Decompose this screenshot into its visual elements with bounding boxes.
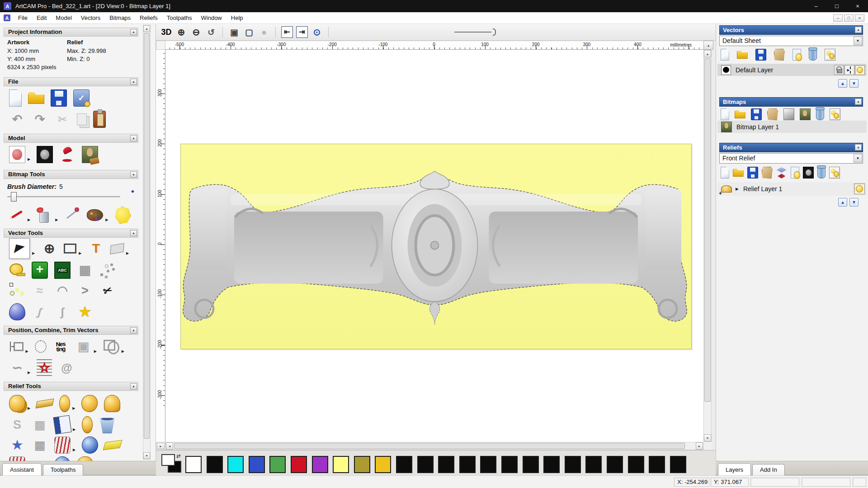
zoom-selected-icon[interactable]: ● [258, 26, 270, 38]
scroll-down-icon[interactable]: ▼ [143, 452, 150, 459]
move-layer-down-icon[interactable]: ▼ [849, 79, 859, 88]
block-copy-rotate-icon[interactable]: ▣ [75, 338, 92, 355]
open-vector-layer-icon[interactable] [737, 51, 748, 59]
ruler-options-button[interactable]: ▲ [703, 41, 713, 50]
palette-colour-15[interactable] [501, 456, 518, 473]
mirror-vectors-icon[interactable]: ∽ [9, 359, 25, 376]
merge-bitmap-layers-icon[interactable] [800, 108, 811, 120]
collapse-section-icon[interactable]: ▲ [855, 27, 862, 33]
panel-toggle-icon[interactable]: ► [157, 443, 165, 449]
view-vscrollbar[interactable]: ▲ ▼ [703, 50, 712, 442]
distort-grid-icon[interactable]: ▦ [77, 262, 93, 279]
2d-view-canvas[interactable] [165, 50, 703, 442]
collapse-section-icon[interactable]: ▲ [130, 327, 137, 333]
block-array-icon[interactable] [99, 262, 116, 279]
flyout-arrow-icon[interactable]: ▶ [79, 251, 81, 255]
menu-edit[interactable]: Edit [32, 13, 51, 23]
move-layer-up-icon[interactable]: ▲ [838, 198, 847, 206]
measure-icon[interactable] [9, 263, 25, 277]
new-bitmap-layer-icon[interactable] [721, 108, 729, 120]
flyout-arrow-icon[interactable]: ▶ [26, 349, 28, 353]
relief-layer-icon[interactable] [721, 185, 732, 192]
relief-from-image-icon[interactable] [53, 415, 72, 435]
section-bitmap-tools[interactable]: Bitmap Tools ▲ [4, 170, 138, 179]
open-bitmap-layer-icon[interactable] [735, 110, 745, 118]
relief-select[interactable]: Front Relief ▼ [719, 153, 863, 164]
flyout-arrow-icon[interactable]: ▶ [55, 218, 58, 222]
chevron-down-icon[interactable]: ▼ [854, 37, 862, 45]
angled-plane-icon[interactable] [36, 399, 54, 408]
adjust-greyscale-icon[interactable] [37, 146, 53, 163]
trim-vectors-icon[interactable]: ✂ [97, 280, 118, 301]
mirror-line-icon[interactable]: ∫ [54, 303, 71, 320]
offset-relief-icon[interactable] [9, 456, 25, 461]
scrollbar-thumb[interactable] [144, 33, 150, 439]
zoom-objects-icon[interactable]: ▢ [243, 26, 255, 38]
scroll-right-icon[interactable]: ► [696, 442, 703, 450]
mdi-restore-button[interactable]: □ [844, 14, 854, 22]
save-relief-layer-icon[interactable] [747, 167, 758, 178]
reliefs-section-header[interactable]: Reliefs ▲ [719, 143, 863, 152]
next-bitmap-layer-icon[interactable]: ⇥ [296, 26, 308, 38]
relief-artwork[interactable] [181, 144, 691, 349]
show-relief-layer-icon[interactable] [791, 167, 800, 178]
slider-handle[interactable] [493, 28, 496, 36]
move-layer-up-icon[interactable]: ▲ [838, 79, 847, 88]
new-vector-layer-icon[interactable] [721, 49, 729, 61]
scrollbar-thumb[interactable] [174, 443, 685, 449]
free-sketch-icon[interactable]: ≈ [32, 282, 48, 299]
lighting-material-icon[interactable] [59, 146, 75, 163]
zoom-in-icon[interactable]: ⊕ [175, 26, 187, 38]
flyout-arrow-icon[interactable]: ▶ [32, 251, 35, 255]
palette-colour-6[interactable] [312, 456, 328, 473]
flyout-arrow-icon[interactable]: ▶ [73, 427, 75, 432]
vectors-section-header[interactable]: Vectors ▲ [719, 25, 863, 35]
palette-colour-16[interactable] [523, 456, 539, 473]
section-project-information[interactable]: Project Information ▲ [4, 28, 138, 37]
offset-relief-layer-icon[interactable] [776, 167, 787, 178]
interactive-sculpting-icon[interactable] [59, 395, 70, 412]
load-relief-image-icon[interactable] [82, 146, 98, 163]
menu-bitmaps[interactable]: Bitmaps [105, 13, 135, 23]
delete-bitmap-layer-icon[interactable] [816, 108, 824, 120]
flood-fill-icon[interactable] [37, 206, 53, 224]
swap-colours-icon[interactable]: ⇄ [176, 453, 180, 459]
select-vectors-icon[interactable] [9, 238, 30, 259]
zoom-out-icon[interactable]: ⊖ [190, 26, 202, 38]
basket-weave-relief-icon[interactable]: ▦ [32, 456, 48, 461]
palette-colour-14[interactable] [480, 456, 496, 473]
scroll-down-icon[interactable]: ▼ [704, 434, 711, 441]
palette-colour-9[interactable] [375, 456, 391, 473]
palette-colour-3[interactable] [249, 456, 265, 473]
import-bitmap-layer-icon[interactable] [767, 108, 778, 120]
open-model-icon[interactable] [28, 92, 44, 104]
flyout-arrow-icon[interactable]: ▶ [28, 157, 30, 161]
snap-icon[interactable] [844, 65, 854, 75]
collapse-section-icon[interactable]: ▲ [855, 144, 862, 150]
view-3d-icon[interactable]: 3D [160, 26, 172, 38]
scroll-up-icon[interactable]: ▲ [143, 25, 150, 32]
palette-colour-11[interactable] [417, 456, 434, 473]
palette-colour-22[interactable] [649, 456, 665, 473]
fit-arcs-icon[interactable]: > [77, 282, 93, 299]
model-canvas[interactable] [180, 144, 692, 349]
menu-window[interactable]: Window [197, 13, 226, 23]
star-relief-icon[interactable]: ★ [9, 436, 25, 454]
vector-doctor-icon[interactable] [37, 359, 52, 376]
collapse-section-icon[interactable]: ▲ [130, 171, 137, 178]
save-vector-layer-icon[interactable] [755, 49, 766, 61]
palette-colour-20[interactable] [607, 456, 623, 473]
menu-help[interactable]: Help [226, 13, 248, 23]
primary-colour-swatch[interactable] [161, 454, 175, 466]
move-layer-down-icon[interactable]: ▼ [849, 198, 859, 206]
scroll-up-icon[interactable]: ▲ [704, 50, 711, 57]
scrollbar-thumb[interactable] [704, 58, 711, 402]
delete-relief-layer-icon[interactable] [817, 167, 826, 178]
lock-icon[interactable] [834, 65, 844, 75]
fit-polyline-icon[interactable]: ∫ [30, 301, 50, 322]
shape-editor-icon[interactable] [9, 395, 25, 412]
collapse-section-icon[interactable]: ▲ [130, 29, 137, 35]
palette-colour-0[interactable] [185, 456, 202, 473]
smooth-relief-icon[interactable]: S [9, 416, 25, 433]
menu-model[interactable]: Model [51, 13, 76, 23]
